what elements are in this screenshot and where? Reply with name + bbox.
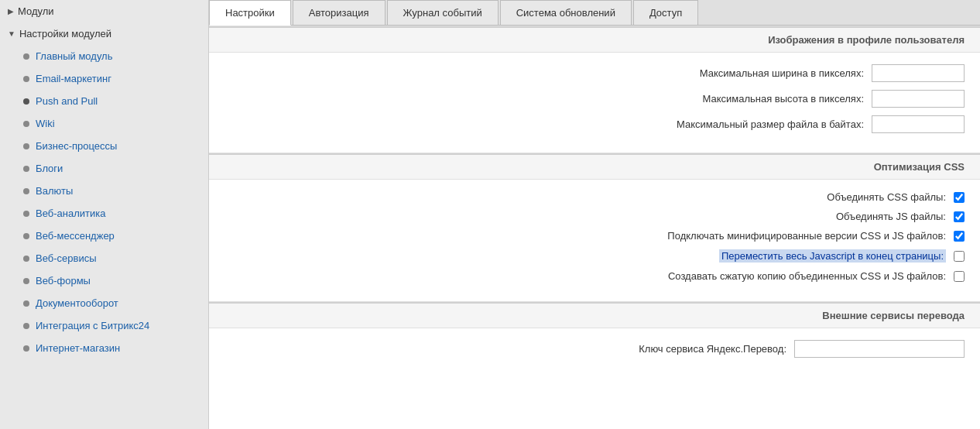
section-translation-services: Внешние сервисы перевода Ключ сервиса Ян… xyxy=(209,301,980,377)
sidebar-item-module-settings[interactable]: ▼ Настройки модулей xyxy=(0,22,208,45)
sidebar-item-currencies[interactable]: Валюты xyxy=(0,180,208,202)
max-filesize-input[interactable] xyxy=(872,115,965,133)
form-row-move-js-end: Переместить весь Javascript в конец стра… xyxy=(224,249,965,263)
bullet-icon xyxy=(23,143,29,149)
section-css-optimization-body: Объединять CSS файлы: Объединять JS файл… xyxy=(209,180,980,301)
settings-content: Изображения в профиле пользователя Макси… xyxy=(209,26,980,429)
section-profile-images: Изображения в профиле пользователя Макси… xyxy=(209,26,980,153)
sidebar-item-web-analytics[interactable]: Веб-аналитика xyxy=(0,202,208,225)
sidebar-item-push-pull[interactable]: Push and Pull xyxy=(0,90,208,112)
bullet-icon xyxy=(23,323,29,329)
create-compressed-copy-checkbox[interactable] xyxy=(954,271,965,282)
bullet-icon xyxy=(23,278,29,284)
sidebar: ▶ Модули ▼ Настройки модулей Главный мод… xyxy=(0,0,209,429)
bullet-icon xyxy=(23,166,29,172)
max-height-label: Максимальная высота в пикселях: xyxy=(702,93,864,105)
max-width-label: Максимальная ширина в пикселях: xyxy=(700,67,864,79)
form-row-yandex-key: Ключ сервиса Яндекс.Перевод: xyxy=(224,340,965,358)
section-translation-services-header: Внешние сервисы перевода xyxy=(209,302,980,328)
form-row-max-height: Максимальная высота в пикселях: xyxy=(224,90,965,108)
form-row-create-compressed-copy: Создавать сжатую копию объединенных CSS … xyxy=(224,270,965,282)
chevron-down-icon: ▼ xyxy=(8,29,15,38)
bullet-icon xyxy=(23,345,29,352)
bullet-icon xyxy=(23,233,29,239)
sidebar-item-document-flow[interactable]: Документооборот xyxy=(0,292,208,314)
move-js-end-checkbox[interactable] xyxy=(954,251,965,262)
sidebar-item-wiki[interactable]: Wiki xyxy=(0,112,208,135)
sidebar-item-main-module[interactable]: Главный модуль xyxy=(0,45,208,67)
chevron-right-icon: ▶ xyxy=(8,7,14,15)
merge-js-checkbox[interactable] xyxy=(954,211,965,222)
sidebar-item-web-forms[interactable]: Веб-формы xyxy=(0,269,208,292)
move-js-end-label: Переместить весь Javascript в конец стра… xyxy=(719,249,946,263)
main-content: Настройки Авторизация Журнал событий Сис… xyxy=(209,0,980,429)
yandex-key-label: Ключ сервиса Яндекс.Перевод: xyxy=(639,343,786,355)
tab-update-system[interactable]: Система обновлений xyxy=(500,0,632,25)
section-css-optimization: Оптимизация CSS Объединять CSS файлы: Об… xyxy=(209,153,980,301)
bullet-icon xyxy=(23,256,29,262)
minified-versions-label: Подключать минифицированные версии CSS и… xyxy=(667,230,946,242)
form-row-merge-js: Объединять JS файлы: xyxy=(224,211,965,222)
create-compressed-copy-label: Создавать сжатую копию объединенных CSS … xyxy=(668,270,946,282)
tab-access[interactable]: Доступ xyxy=(633,0,698,25)
bullet-icon xyxy=(23,211,29,217)
section-css-optimization-header: Оптимизация CSS xyxy=(209,153,980,180)
form-row-max-width: Максимальная ширина в пикселях: xyxy=(224,64,965,82)
sidebar-item-business-processes[interactable]: Бизнес-процессы xyxy=(0,135,208,157)
tab-settings[interactable]: Настройки xyxy=(209,0,291,26)
tab-event-log[interactable]: Журнал событий xyxy=(387,0,499,25)
sidebar-item-online-store[interactable]: Интернет-магазин xyxy=(0,337,208,359)
bullet-icon xyxy=(23,121,29,127)
section-profile-images-body: Максимальная ширина в пикселях: Максимал… xyxy=(209,53,980,153)
form-row-max-filesize: Максимальный размер файла в байтах: xyxy=(224,115,965,133)
sidebar-item-web-services[interactable]: Веб-сервисы xyxy=(0,247,208,269)
sidebar-item-bitrix24[interactable]: Интеграция с Битрикс24 xyxy=(0,314,208,337)
bullet-icon xyxy=(23,98,29,105)
minified-versions-checkbox[interactable] xyxy=(954,231,965,242)
tab-auth[interactable]: Авторизация xyxy=(293,0,385,25)
sidebar-item-modules[interactable]: ▶ Модули xyxy=(0,0,208,22)
bullet-icon xyxy=(23,76,29,82)
merge-css-checkbox[interactable] xyxy=(954,192,965,203)
sidebar-item-blogs[interactable]: Блоги xyxy=(0,157,208,180)
bullet-icon xyxy=(23,53,29,60)
bullet-icon xyxy=(23,300,29,307)
bullet-icon xyxy=(23,188,29,194)
sidebar-item-email-marketing[interactable]: Email-маркетинг xyxy=(0,67,208,90)
form-row-merge-css: Объединять CSS файлы: xyxy=(224,191,965,203)
form-row-minified-versions: Подключать минифицированные версии CSS и… xyxy=(224,230,965,242)
merge-css-label: Объединять CSS файлы: xyxy=(827,191,946,203)
max-filesize-label: Максимальный размер файла в байтах: xyxy=(677,118,864,130)
max-height-input[interactable] xyxy=(872,90,965,108)
tab-bar: Настройки Авторизация Журнал событий Сис… xyxy=(209,0,980,26)
section-translation-services-body: Ключ сервиса Яндекс.Перевод: xyxy=(209,328,980,377)
max-width-input[interactable] xyxy=(872,64,965,82)
yandex-key-input[interactable] xyxy=(794,340,965,358)
sidebar-item-web-messenger[interactable]: Веб-мессенджер xyxy=(0,225,208,247)
section-profile-images-header: Изображения в профиле пользователя xyxy=(209,26,980,53)
merge-js-label: Объединять JS файлы: xyxy=(836,211,946,222)
